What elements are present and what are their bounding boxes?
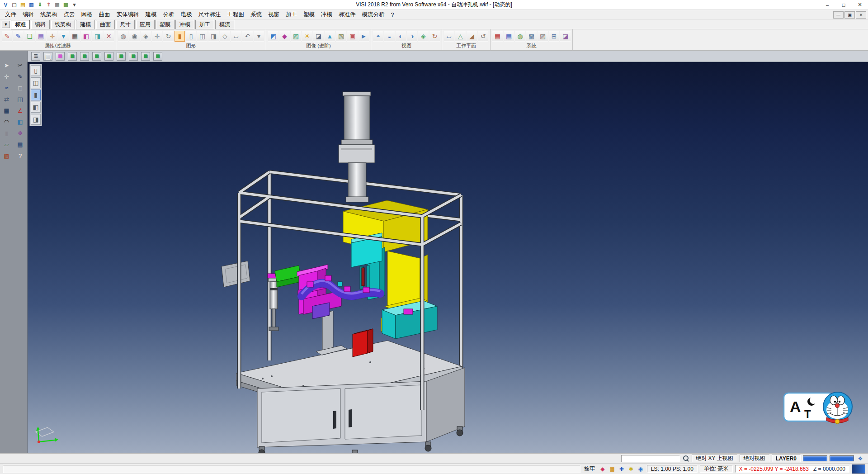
copy-attributes-icon[interactable]: ✎: [13, 31, 24, 42]
menu-item[interactable]: 实体编辑: [113, 10, 142, 19]
snapshot-icon[interactable]: ▣: [347, 31, 358, 42]
view-reference-indicator[interactable]: 绝对视图: [740, 455, 769, 462]
view-cube-left[interactable]: ■: [117, 52, 126, 61]
snap-center-icon[interactable]: ◉: [637, 465, 645, 473]
export-icon[interactable]: ⇑: [45, 1, 52, 9]
display-shaded-icon[interactable]: ▮: [31, 90, 41, 100]
palette-icon[interactable]: ▩: [1, 151, 12, 161]
display-wireframe-icon[interactable]: ▯: [31, 65, 41, 76]
menu-item[interactable]: 加工: [283, 10, 300, 19]
lights-icon[interactable]: ☀: [302, 31, 312, 42]
menu-item[interactable]: 工程图: [224, 10, 248, 19]
reflections-icon[interactable]: ▲: [325, 31, 335, 42]
clipping-plane-icon[interactable]: ▱: [231, 31, 241, 42]
view-top-icon[interactable]: ◓: [373, 31, 383, 42]
document-restore-button[interactable]: ▣: [844, 11, 855, 19]
new-file-icon[interactable]: ▢: [10, 1, 18, 9]
tab-machining[interactable]: 加工: [195, 20, 214, 29]
print-icon[interactable]: ▦: [53, 1, 61, 9]
tab-dimension[interactable]: 尺寸: [116, 20, 135, 29]
pan-icon[interactable]: ✛: [152, 31, 162, 42]
menu-item[interactable]: 电极: [178, 10, 195, 19]
workplane-standard-icon[interactable]: ▱: [444, 31, 454, 42]
materials-icon[interactable]: ◆: [279, 31, 290, 42]
command-input[interactable]: [621, 455, 680, 462]
selection-filter-icon[interactable]: ▼: [58, 31, 69, 42]
current-color-swatch[interactable]: [803, 455, 827, 461]
redraw-icon[interactable]: ◍: [118, 31, 128, 42]
snap-icon[interactable]: ✛: [1, 72, 12, 81]
shaded-mode-icon[interactable]: ▮: [175, 31, 185, 42]
snap-grid-icon[interactable]: ▦: [608, 465, 616, 473]
type-filter-icon[interactable]: ◨: [92, 31, 103, 42]
layer-table-icon[interactable]: ▤: [504, 31, 514, 42]
mirror-icon[interactable]: ◫: [14, 95, 26, 104]
view-list-icon[interactable]: ≡: [31, 52, 40, 61]
open-file-icon[interactable]: ▤: [19, 1, 27, 9]
textures-icon[interactable]: ▨: [291, 31, 301, 42]
document-minimize-button[interactable]: —: [833, 11, 844, 19]
menu-item[interactable]: 文件: [2, 10, 19, 19]
viewport-3d[interactable]: ▯◫▮◧◨ A T: [28, 62, 868, 453]
menu-item[interactable]: 塑模: [300, 10, 318, 19]
minimize-button[interactable]: –: [819, 0, 835, 9]
transform-icon[interactable]: ⇄: [1, 95, 12, 104]
view-cube-iso[interactable]: ■: [68, 52, 77, 61]
view-cube-highlight[interactable]: ■: [56, 52, 65, 61]
search-icon[interactable]: [682, 455, 689, 462]
display-ghost-icon[interactable]: ◨: [31, 114, 41, 125]
raster-icon[interactable]: ▨: [538, 31, 548, 42]
shadows-icon[interactable]: ◪: [313, 31, 324, 42]
menu-item[interactable]: 网格: [78, 10, 96, 19]
control-bracket[interactable]: [222, 261, 250, 287]
tab-flow[interactable]: 模流: [215, 20, 234, 29]
visi-logo[interactable]: V: [2, 1, 9, 9]
layers-icon[interactable]: ▤: [14, 140, 26, 149]
view-cube-axonometric[interactable]: ■: [153, 52, 162, 61]
view-cube-bottom[interactable]: ■: [141, 52, 150, 61]
measure-icon[interactable]: ∠: [14, 106, 26, 115]
background-icon[interactable]: ▧: [336, 31, 346, 42]
statusbar-options-icon[interactable]: ❖: [856, 455, 864, 462]
snap-lock-label[interactable]: 拴牢: [583, 465, 596, 473]
grid-icon[interactable]: ▩: [526, 31, 537, 42]
match-properties-icon[interactable]: ❏: [24, 31, 35, 42]
scissors-icon[interactable]: ✂: [14, 61, 26, 70]
perspective-icon[interactable]: ◇: [220, 31, 230, 42]
edit-point-icon[interactable]: ✎: [14, 72, 26, 81]
render-icon[interactable]: ◩: [268, 31, 278, 42]
hidden-line-mode-icon[interactable]: ◫: [197, 31, 208, 42]
view-previous-icon[interactable]: ↶: [242, 31, 253, 42]
animation-icon[interactable]: ►: [359, 31, 369, 42]
layer-filter-icon[interactable]: ▦: [70, 31, 80, 42]
snap-intersection-icon[interactable]: ✚: [618, 465, 626, 473]
menu-item[interactable]: ?: [388, 11, 397, 19]
menu-item[interactable]: 分析: [160, 10, 178, 19]
workplane-align-icon[interactable]: ◢: [467, 31, 477, 42]
snap-middle-icon[interactable]: ✱: [627, 465, 635, 473]
document-close-button[interactable]: ✕: [856, 11, 866, 19]
menu-item[interactable]: 尺寸标注: [195, 10, 224, 19]
menu-item[interactable]: 曲面: [96, 10, 113, 19]
menu-item[interactable]: 模流分析: [359, 10, 388, 19]
menu-item[interactable]: 系统: [247, 10, 265, 19]
zoom-window-icon[interactable]: ◈: [141, 31, 151, 42]
quickbar-dropdown[interactable]: ▾: [71, 1, 78, 9]
wireframe-mode-icon[interactable]: ▯: [186, 31, 196, 42]
units-indicator[interactable]: 单位: 毫米: [700, 465, 733, 473]
current-line-swatch[interactable]: [830, 455, 854, 461]
menu-item[interactable]: 点云: [61, 10, 78, 19]
tab-wireframe[interactable]: 线架构: [51, 20, 75, 29]
new-view-icon[interactable]: ▢: [43, 52, 52, 61]
view-left-icon[interactable]: ◐: [396, 31, 406, 42]
globe-icon[interactable]: ◍: [515, 31, 525, 42]
rotate-view-icon[interactable]: ↻: [163, 31, 174, 42]
array-icon[interactable]: ▦: [1, 106, 12, 115]
element-info-icon[interactable]: ✛: [47, 31, 57, 42]
zoom-all-icon[interactable]: ◉: [129, 31, 140, 42]
menu-item[interactable]: 视窗: [265, 10, 283, 19]
snap-magnet-icon[interactable]: ◆: [599, 465, 607, 473]
workplane-3points-icon[interactable]: △: [455, 31, 466, 42]
menu-item[interactable]: 建模: [142, 10, 160, 19]
transparent-mode-icon[interactable]: ◨: [208, 31, 219, 42]
